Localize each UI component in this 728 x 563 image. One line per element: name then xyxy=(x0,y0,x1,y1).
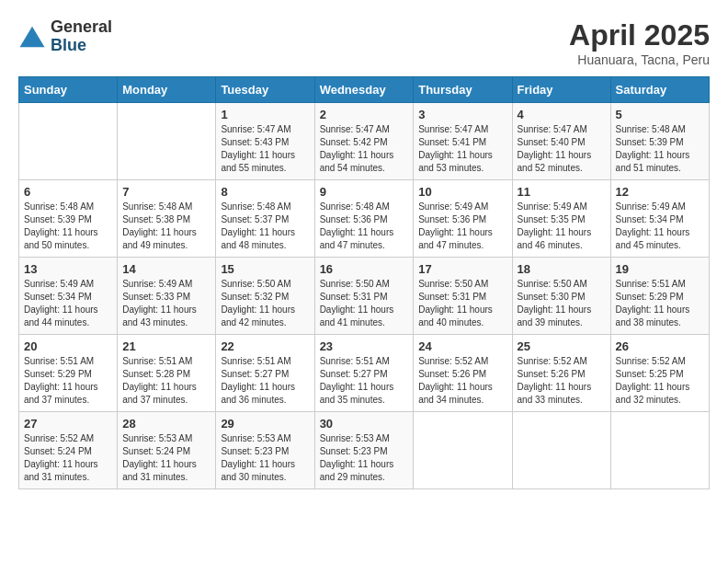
day-cell: 3Sunrise: 5:47 AMSunset: 5:41 PMDaylight… xyxy=(414,103,512,180)
weekday-header-tuesday: Tuesday xyxy=(216,77,314,103)
day-cell: 12Sunrise: 5:49 AMSunset: 5:34 PMDayligh… xyxy=(610,180,709,258)
day-number: 3 xyxy=(418,108,506,121)
logo-blue: Blue xyxy=(51,37,112,55)
header: General Blue April 2025 Huanuara, Tacna,… xyxy=(18,18,710,67)
day-cell: 14Sunrise: 5:49 AMSunset: 5:33 PMDayligh… xyxy=(118,258,216,335)
day-number: 25 xyxy=(518,339,606,353)
day-cell: 29Sunrise: 5:53 AMSunset: 5:23 PMDayligh… xyxy=(216,412,314,489)
day-number: 14 xyxy=(122,262,210,276)
day-cell: 23Sunrise: 5:51 AMSunset: 5:27 PMDayligh… xyxy=(314,335,414,412)
day-number: 22 xyxy=(221,339,309,353)
weekday-header-monday: Monday xyxy=(118,77,216,103)
day-info: Sunrise: 5:51 AMSunset: 5:29 PMDaylight:… xyxy=(616,278,704,329)
weekday-header-friday: Friday xyxy=(512,77,610,103)
day-number: 2 xyxy=(320,108,409,121)
day-number: 13 xyxy=(24,262,112,276)
day-number: 28 xyxy=(122,417,210,431)
day-number: 24 xyxy=(418,339,506,353)
day-number: 20 xyxy=(24,339,112,353)
day-info: Sunrise: 5:52 AMSunset: 5:24 PMDaylight:… xyxy=(24,432,112,484)
day-info: Sunrise: 5:49 AMSunset: 5:34 PMDaylight:… xyxy=(616,201,704,252)
day-info: Sunrise: 5:49 AMSunset: 5:35 PMDaylight:… xyxy=(518,201,606,252)
day-number: 4 xyxy=(518,108,606,121)
day-info: Sunrise: 5:51 AMSunset: 5:28 PMDaylight:… xyxy=(122,355,210,407)
day-info: Sunrise: 5:51 AMSunset: 5:27 PMDaylight:… xyxy=(320,355,409,407)
day-number: 15 xyxy=(221,262,309,276)
day-info: Sunrise: 5:49 AMSunset: 5:33 PMDaylight:… xyxy=(122,278,210,329)
day-info: Sunrise: 5:48 AMSunset: 5:36 PMDaylight:… xyxy=(320,201,409,252)
title-area: April 2025 Huanuara, Tacna, Peru xyxy=(569,18,710,67)
day-number: 7 xyxy=(122,185,210,199)
day-info: Sunrise: 5:48 AMSunset: 5:39 PMDaylight:… xyxy=(616,123,704,175)
day-info: Sunrise: 5:52 AMSunset: 5:26 PMDaylight:… xyxy=(418,355,506,407)
logo: General Blue xyxy=(18,18,112,55)
day-cell: 30Sunrise: 5:53 AMSunset: 5:23 PMDayligh… xyxy=(314,412,414,489)
logo-general: General xyxy=(51,18,112,37)
day-cell: 17Sunrise: 5:50 AMSunset: 5:31 PMDayligh… xyxy=(414,258,512,335)
day-number: 5 xyxy=(616,108,704,121)
day-number: 26 xyxy=(616,339,704,353)
day-info: Sunrise: 5:47 AMSunset: 5:41 PMDaylight:… xyxy=(418,123,506,175)
day-number: 23 xyxy=(320,339,409,353)
weekday-header-wednesday: Wednesday xyxy=(314,77,414,103)
day-info: Sunrise: 5:48 AMSunset: 5:38 PMDaylight:… xyxy=(122,201,210,252)
day-cell: 28Sunrise: 5:53 AMSunset: 5:24 PMDayligh… xyxy=(118,412,216,489)
day-cell: 15Sunrise: 5:50 AMSunset: 5:32 PMDayligh… xyxy=(216,258,314,335)
day-number: 18 xyxy=(518,262,606,276)
week-row-4: 20Sunrise: 5:51 AMSunset: 5:29 PMDayligh… xyxy=(19,335,710,412)
logo-icon xyxy=(18,23,46,51)
month-title: April 2025 xyxy=(569,18,710,52)
day-number: 12 xyxy=(616,185,704,199)
day-number: 9 xyxy=(320,185,409,199)
day-number: 16 xyxy=(320,262,409,276)
day-cell: 8Sunrise: 5:48 AMSunset: 5:37 PMDaylight… xyxy=(216,180,314,258)
weekday-header-thursday: Thursday xyxy=(414,77,512,103)
week-row-5: 27Sunrise: 5:52 AMSunset: 5:24 PMDayligh… xyxy=(19,412,710,489)
svg-marker-0 xyxy=(20,27,45,48)
day-info: Sunrise: 5:49 AMSunset: 5:36 PMDaylight:… xyxy=(418,201,506,252)
logo-text: General Blue xyxy=(51,18,112,55)
weekday-row: SundayMondayTuesdayWednesdayThursdayFrid… xyxy=(19,77,710,103)
day-info: Sunrise: 5:48 AMSunset: 5:39 PMDaylight:… xyxy=(24,201,112,252)
day-number: 30 xyxy=(320,417,409,431)
day-info: Sunrise: 5:47 AMSunset: 5:42 PMDaylight:… xyxy=(320,123,409,175)
day-info: Sunrise: 5:50 AMSunset: 5:31 PMDaylight:… xyxy=(418,278,506,329)
calendar-body: 1Sunrise: 5:47 AMSunset: 5:43 PMDaylight… xyxy=(19,103,710,489)
day-cell: 10Sunrise: 5:49 AMSunset: 5:36 PMDayligh… xyxy=(414,180,512,258)
day-cell: 18Sunrise: 5:50 AMSunset: 5:30 PMDayligh… xyxy=(512,258,610,335)
day-cell: 2Sunrise: 5:47 AMSunset: 5:42 PMDaylight… xyxy=(314,103,414,180)
day-cell: 4Sunrise: 5:47 AMSunset: 5:40 PMDaylight… xyxy=(512,103,610,180)
day-info: Sunrise: 5:50 AMSunset: 5:32 PMDaylight:… xyxy=(221,278,309,329)
day-info: Sunrise: 5:53 AMSunset: 5:23 PMDaylight:… xyxy=(320,432,409,484)
day-number: 11 xyxy=(518,185,606,199)
day-cell xyxy=(512,412,610,489)
week-row-2: 6Sunrise: 5:48 AMSunset: 5:39 PMDaylight… xyxy=(19,180,710,258)
day-cell: 13Sunrise: 5:49 AMSunset: 5:34 PMDayligh… xyxy=(19,258,118,335)
day-cell: 5Sunrise: 5:48 AMSunset: 5:39 PMDaylight… xyxy=(610,103,709,180)
day-cell: 16Sunrise: 5:50 AMSunset: 5:31 PMDayligh… xyxy=(314,258,414,335)
day-info: Sunrise: 5:52 AMSunset: 5:25 PMDaylight:… xyxy=(616,355,704,407)
day-cell: 26Sunrise: 5:52 AMSunset: 5:25 PMDayligh… xyxy=(610,335,709,412)
day-number: 27 xyxy=(24,417,112,431)
day-info: Sunrise: 5:47 AMSunset: 5:43 PMDaylight:… xyxy=(221,123,309,175)
day-cell: 20Sunrise: 5:51 AMSunset: 5:29 PMDayligh… xyxy=(19,335,118,412)
location-subtitle: Huanuara, Tacna, Peru xyxy=(569,52,710,67)
day-number: 6 xyxy=(24,185,112,199)
day-cell: 21Sunrise: 5:51 AMSunset: 5:28 PMDayligh… xyxy=(118,335,216,412)
day-cell: 1Sunrise: 5:47 AMSunset: 5:43 PMDaylight… xyxy=(216,103,314,180)
day-cell: 9Sunrise: 5:48 AMSunset: 5:36 PMDaylight… xyxy=(314,180,414,258)
day-cell: 25Sunrise: 5:52 AMSunset: 5:26 PMDayligh… xyxy=(512,335,610,412)
day-cell: 6Sunrise: 5:48 AMSunset: 5:39 PMDaylight… xyxy=(19,180,118,258)
day-cell: 27Sunrise: 5:52 AMSunset: 5:24 PMDayligh… xyxy=(19,412,118,489)
calendar: SundayMondayTuesdayWednesdayThursdayFrid… xyxy=(18,76,710,489)
day-cell: 11Sunrise: 5:49 AMSunset: 5:35 PMDayligh… xyxy=(512,180,610,258)
day-number: 1 xyxy=(221,108,309,121)
day-number: 19 xyxy=(616,262,704,276)
day-info: Sunrise: 5:53 AMSunset: 5:23 PMDaylight:… xyxy=(221,432,309,484)
weekday-header-sunday: Sunday xyxy=(19,77,118,103)
day-cell: 7Sunrise: 5:48 AMSunset: 5:38 PMDaylight… xyxy=(118,180,216,258)
day-info: Sunrise: 5:49 AMSunset: 5:34 PMDaylight:… xyxy=(24,278,112,329)
day-info: Sunrise: 5:53 AMSunset: 5:24 PMDaylight:… xyxy=(122,432,210,484)
day-info: Sunrise: 5:48 AMSunset: 5:37 PMDaylight:… xyxy=(221,201,309,252)
week-row-3: 13Sunrise: 5:49 AMSunset: 5:34 PMDayligh… xyxy=(19,258,710,335)
